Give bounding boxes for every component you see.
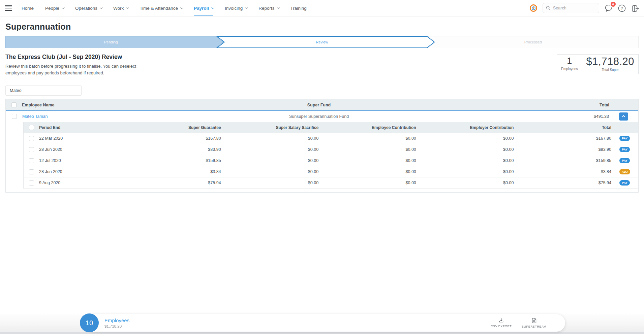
batch-summary-bar: 10 Employees $1,718.20 CSV EXPORT SUPERS… <box>85 314 565 332</box>
employee-checkbox[interactable] <box>12 114 17 119</box>
download-icon <box>499 318 504 323</box>
main-nav: Home People Operations Work Time & Atten… <box>22 0 307 16</box>
pay-periods-panel: Period End Super Guarantee Super Salary … <box>6 122 638 192</box>
period-checkbox[interactable] <box>29 136 34 141</box>
chevron-down-icon <box>62 6 64 9</box>
nav-reports[interactable]: Reports <box>258 0 279 16</box>
chevron-down-icon <box>100 6 102 9</box>
chevron-up-icon <box>622 115 625 119</box>
footer-strip <box>0 332 644 334</box>
employee-filter-input[interactable] <box>5 86 82 96</box>
nav-training[interactable]: Training <box>290 0 307 16</box>
employees-stat: 1 Employees <box>557 54 582 74</box>
employee-name-link[interactable]: Mateo Taman <box>22 114 113 119</box>
total-super-amount: $1,718.20 <box>586 56 634 67</box>
col-total: Total <box>525 103 609 107</box>
employee-count-circle: 10 <box>80 313 99 332</box>
nav-home[interactable]: Home <box>22 0 34 16</box>
top-navigation: Home People Operations Work Time & Atten… <box>0 0 644 16</box>
svg-text:?: ? <box>621 6 623 11</box>
nav-people[interactable]: People <box>45 0 64 16</box>
footer-employees-label[interactable]: Employees <box>104 318 129 323</box>
question-mark-icon: ? <box>618 4 626 12</box>
detail-header-row: Period End Super Guarantee Super Salary … <box>24 122 638 133</box>
period-checkbox[interactable] <box>29 169 34 174</box>
nav-operations[interactable]: Operations <box>75 0 102 16</box>
period-checkbox[interactable] <box>29 180 34 186</box>
batch-stats: 1 Employees $1,718.20 Total Super <box>557 54 639 74</box>
batch-summary-section: The Express Club (Jul - Sep 2020) Review… <box>0 54 644 76</box>
stepper-shapes <box>5 36 639 48</box>
employee-row[interactable]: Mateo Taman Sunsuper Superannuation Fund… <box>6 110 638 122</box>
csv-export-button[interactable]: CSV EXPORT <box>491 318 512 328</box>
brand-logo <box>530 4 537 12</box>
pay-period-row: 28 Jun 2020 $83.90 $0.00 $0.00 $0.00 $83… <box>24 144 638 155</box>
total-super-stat: $1,718.20 Total Super <box>582 54 639 74</box>
batch-title: The Express Club (Jul - Sep 2020) Review <box>5 54 136 61</box>
pay-period-row: 9 Aug 2020 $75.94 $0.00 $0.00 $0.00 $75.… <box>24 177 638 188</box>
col-employee-contribution: Employee Contribution <box>318 125 416 130</box>
col-detail-total: Total <box>514 125 611 130</box>
table-header-row: Employee Name Super Fund Total <box>6 99 638 110</box>
nav-work[interactable]: Work <box>113 0 128 16</box>
nav-payroll[interactable]: Payroll <box>194 0 213 16</box>
nav-time-attendance[interactable]: Time & Attendance <box>140 0 182 16</box>
pay-period-row: 22 Mar 2020 $167.80 $0.00 $0.00 $0.00 $1… <box>24 133 638 144</box>
employee-super-fund: Sunsuper Superannuation Fund <box>113 114 525 119</box>
global-search-input[interactable] <box>553 6 593 10</box>
status-badge: PAY <box>619 180 630 186</box>
superstream-button[interactable]: SUPERSTREAM <box>522 318 546 328</box>
select-all-periods-checkbox[interactable] <box>29 125 34 130</box>
collapse-row-button[interactable] <box>619 112 628 121</box>
logout-button[interactable] <box>631 4 639 12</box>
footer-total-amount: $1,718.20 <box>104 324 129 328</box>
search-icon <box>546 6 551 10</box>
batch-progress-stepper: Pending Review Processed <box>5 36 639 48</box>
chevron-down-icon <box>245 6 248 9</box>
page-title: Superannuation <box>5 22 639 32</box>
status-badge: PAY <box>619 158 630 163</box>
exit-door-icon <box>631 4 639 12</box>
col-period-end: Period End <box>39 125 123 130</box>
chat-button[interactable]: 0 <box>605 4 613 12</box>
nav-invoicing[interactable]: Invoicing <box>225 0 247 16</box>
select-all-checkbox[interactable] <box>11 102 17 107</box>
col-super-fund: Super Fund <box>113 103 525 107</box>
period-checkbox[interactable] <box>29 147 34 152</box>
chevron-down-icon <box>126 6 129 9</box>
document-icon <box>532 318 536 323</box>
col-employee-name: Employee Name <box>22 103 113 107</box>
chevron-down-icon <box>180 6 183 9</box>
pay-period-row: 12 Jul 2020 $159.85 $0.00 $0.00 $0.00 $1… <box>24 155 638 166</box>
help-button[interactable]: ? <box>618 4 626 12</box>
employee-total: $491.33 <box>525 114 609 119</box>
batch-info: The Express Club (Jul - Sep 2020) Review… <box>5 54 136 76</box>
col-super-guarantee: Super Guarantee <box>123 125 221 130</box>
col-employer-contribution: Employer Contribution <box>416 125 514 130</box>
notification-badge: 0 <box>610 1 616 7</box>
global-search[interactable] <box>543 3 599 13</box>
employees-count: 1 <box>561 56 578 66</box>
hamburger-menu-icon[interactable] <box>5 5 12 11</box>
super-batch-table: Employee Name Super Fund Total Mateo Tam… <box>5 99 639 193</box>
period-checkbox[interactable] <box>29 158 34 163</box>
col-super-salary-sacrifice: Super Salary Sacrifice <box>221 125 319 130</box>
pay-period-row: 28 Jun 2020 $3.84 $0.00 $0.00 $0.00 $3.8… <box>24 166 638 177</box>
status-badge: ADJ <box>619 169 630 174</box>
chevron-down-icon <box>211 6 214 9</box>
chevron-down-icon <box>277 6 280 9</box>
batch-description: Review this batch before progressing it … <box>5 63 136 76</box>
status-badge: PAY <box>619 147 630 152</box>
status-badge: PAY <box>619 136 630 141</box>
